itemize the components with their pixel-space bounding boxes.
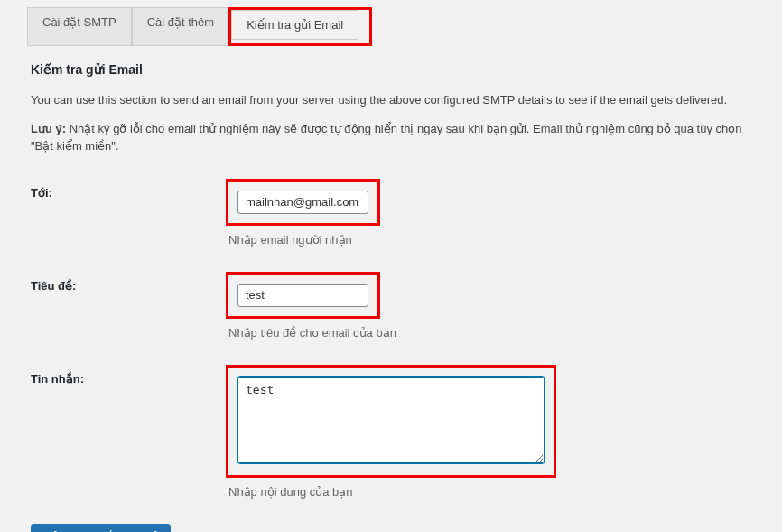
- help-to: Nhập email người nhận: [228, 233, 751, 247]
- label-to: Tới:: [31, 179, 226, 200]
- label-subject: Tiêu đề:: [31, 272, 226, 293]
- tab-extra-settings[interactable]: Cài đặt thêm: [132, 7, 229, 46]
- highlight-message-field: [226, 365, 556, 478]
- send-test-email-button[interactable]: Gửi email kiếm tra thử: [31, 524, 171, 533]
- help-message: Nhập nội dung của bạn: [228, 485, 751, 499]
- tab-smtp-settings[interactable]: Cài đặt SMTP: [27, 7, 132, 46]
- row-message: Tin nhắn: Nhập nội dung của bạn: [31, 365, 751, 499]
- row-to: Tới: Nhập email người nhận: [31, 179, 751, 247]
- highlight-to-field: [226, 179, 380, 226]
- description-text: You can use this section to send an emai…: [31, 91, 751, 109]
- note-body: Nhật ký gỡ lỗi cho email thử nghiệm này …: [31, 122, 742, 154]
- test-email-panel: Kiếm tra gửi Email You can use this sect…: [0, 46, 782, 532]
- row-subject: Tiêu đề: Nhập tiêu đề cho email của bạn: [31, 272, 751, 340]
- subject-input[interactable]: [237, 284, 368, 307]
- tab-test-email[interactable]: Kiếm tra gửi Email: [231, 10, 358, 40]
- tab-bar: Cài đặt SMTP Cài đặt thêm Kiếm tra gửi E…: [0, 0, 782, 46]
- submit-wrap: Gửi email kiếm tra thử: [31, 524, 751, 533]
- note-text: Lưu ý: Nhật ký gỡ lỗi cho email thử nghi…: [31, 120, 751, 155]
- highlight-tab-test: Kiếm tra gửi Email: [228, 7, 372, 46]
- label-message: Tin nhắn:: [31, 365, 226, 386]
- to-input[interactable]: [237, 191, 368, 214]
- help-subject: Nhập tiêu đề cho email của bạn: [228, 326, 751, 340]
- message-textarea[interactable]: [237, 377, 545, 463]
- highlight-subject-field: [226, 272, 380, 319]
- note-strong: Lưu ý:: [31, 122, 66, 135]
- section-title: Kiếm tra gửi Email: [31, 62, 751, 77]
